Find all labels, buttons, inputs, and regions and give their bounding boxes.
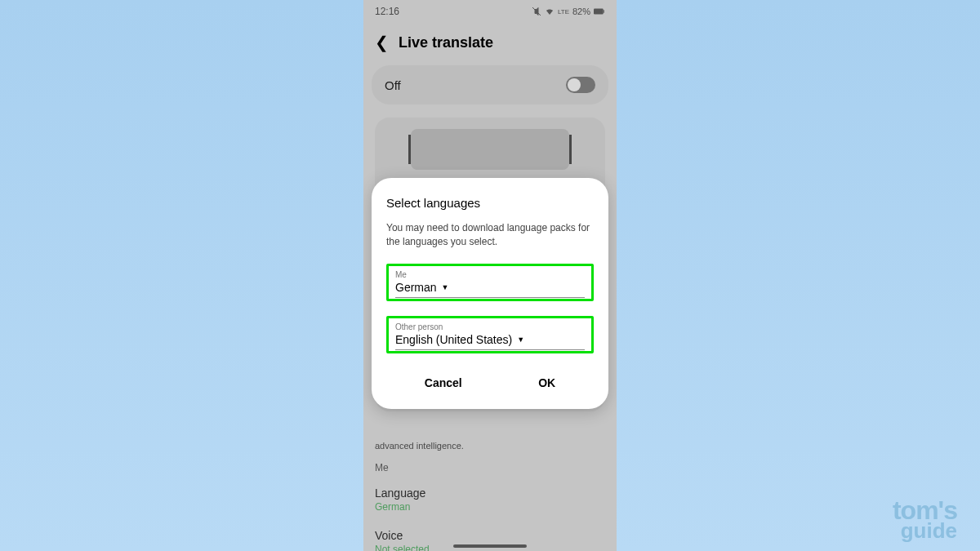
phone-screen: 12:16 LTE 82% ❮ Live translate Off advan… bbox=[363, 0, 617, 551]
me-language-dropdown[interactable]: German ▼ bbox=[395, 281, 585, 294]
dialog-button-row: Cancel OK bbox=[386, 368, 594, 398]
dialog-description: You may need to download language packs … bbox=[386, 221, 594, 249]
select-languages-dialog: Select languages You may need to downloa… bbox=[372, 178, 608, 409]
me-language-field[interactable]: Me German ▼ bbox=[386, 264, 594, 301]
home-indicator[interactable] bbox=[453, 544, 527, 548]
me-language-value: German bbox=[395, 281, 437, 294]
chevron-down-icon: ▼ bbox=[517, 335, 524, 344]
other-language-dropdown[interactable]: English (United States) ▼ bbox=[395, 333, 585, 346]
ok-button[interactable]: OK bbox=[522, 368, 572, 398]
chevron-down-icon: ▼ bbox=[442, 283, 449, 291]
other-language-value: English (United States) bbox=[395, 333, 512, 346]
watermark-logo: tom's guide bbox=[893, 500, 957, 540]
me-language-label: Me bbox=[395, 270, 585, 279]
other-language-field[interactable]: Other person English (United States) ▼ bbox=[386, 316, 594, 353]
cancel-button[interactable]: Cancel bbox=[408, 368, 479, 398]
dialog-title: Select languages bbox=[386, 196, 594, 210]
other-language-label: Other person bbox=[395, 322, 585, 331]
watermark-line2: guide bbox=[893, 522, 957, 540]
